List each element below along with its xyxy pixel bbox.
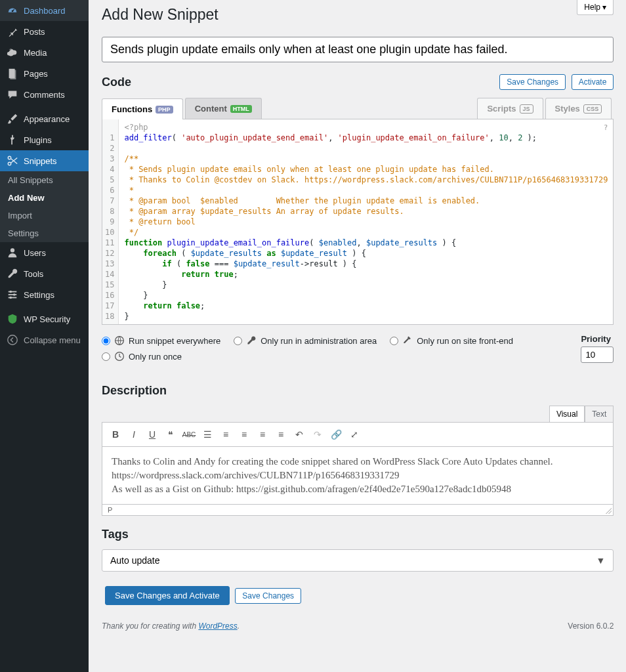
svg-point-6 xyxy=(10,248,14,252)
tab-styles-label: Styles xyxy=(555,104,580,114)
svg-point-1 xyxy=(12,50,16,54)
code-tabs: Functions PHP Content HTML Scripts JS St… xyxy=(102,98,614,119)
align-left-icon[interactable]: ≡ xyxy=(236,427,252,442)
strikethrough-icon[interactable]: ABC xyxy=(181,427,197,442)
sidebar-item-tools[interactable]: Tools xyxy=(0,263,89,284)
scope-everywhere-label: Run snippet everywhere xyxy=(129,336,220,346)
redo-icon[interactable]: ↷ xyxy=(310,427,325,442)
scope-everywhere[interactable]: Run snippet everywhere xyxy=(102,335,220,346)
help-button[interactable]: Help ▾ xyxy=(577,0,614,15)
tab-scripts[interactable]: Scripts JS xyxy=(477,98,543,119)
sidebar-item-label: Collapse menu xyxy=(24,335,81,345)
sidebar-item-posts[interactable]: Posts xyxy=(0,21,89,42)
scope-once-label: Only run once xyxy=(129,352,182,362)
submenu-item-all-snippets[interactable]: All Snippets xyxy=(0,171,89,189)
fullscreen-icon[interactable]: ⤢ xyxy=(346,427,362,442)
sidebar-item-comments[interactable]: Comments xyxy=(0,84,89,105)
scope-frontend-radio[interactable] xyxy=(390,337,398,345)
description-status: P xyxy=(102,505,614,516)
sidebar-item-users[interactable]: Users xyxy=(0,242,89,263)
scope-frontend[interactable]: Only run on site front-end xyxy=(390,335,513,346)
align-center-icon[interactable]: ≡ xyxy=(255,427,270,442)
help-icon[interactable]: ? xyxy=(604,123,608,132)
scope-once[interactable]: Only run once xyxy=(102,351,513,362)
svg-rect-3 xyxy=(10,70,16,79)
sidebar-item-plugins[interactable]: Plugins xyxy=(0,129,89,150)
tags-input-wrap[interactable]: ▼ xyxy=(102,549,614,572)
shield-icon xyxy=(7,313,18,325)
sidebar-item-label: Appearance xyxy=(24,114,70,124)
user-icon xyxy=(7,247,18,259)
css-badge: CSS xyxy=(583,104,602,114)
footer-thanks: Thank you for creating with WordPress. xyxy=(102,621,240,631)
svg-point-12 xyxy=(10,297,12,299)
link-icon[interactable]: 🔗 xyxy=(328,427,344,442)
sidebar-item-label: Snippets xyxy=(24,156,57,166)
code-heading: Code xyxy=(102,75,131,89)
desc-tab-text[interactable]: Text xyxy=(585,406,614,422)
sidebar-item-dashboard[interactable]: Dashboard xyxy=(0,0,89,21)
sidebar-item-pages[interactable]: Pages xyxy=(0,63,89,84)
submenu-item-add-new[interactable]: Add New xyxy=(0,189,89,207)
version-label: Version 6.0.2 xyxy=(568,621,614,631)
underline-icon[interactable]: U xyxy=(144,427,160,442)
tab-styles[interactable]: Styles CSS xyxy=(545,98,612,119)
sidebar-item-collapse-menu[interactable]: Collapse menu xyxy=(0,329,89,350)
save-changes-button[interactable]: Save Changes xyxy=(499,74,566,90)
save-changes-bottom-button[interactable]: Save Changes xyxy=(235,588,301,604)
bullet-list-icon[interactable]: ☰ xyxy=(199,427,215,442)
code-editor[interactable]: ? 123456789101112131415161718 <?phpadd_f… xyxy=(102,119,614,325)
scope-everywhere-radio[interactable] xyxy=(102,337,110,345)
editor-toolbar: B I U ❝ ABC ☰ ≡ ≡ ≡ ≡ ↶ ↷ 🔗 ⤢ xyxy=(102,422,614,447)
tools-icon xyxy=(7,268,18,280)
js-badge: JS xyxy=(520,104,533,114)
pin-icon xyxy=(7,26,18,37)
scope-row: Run snippet everywhere Only run in admin… xyxy=(102,325,614,372)
tab-content[interactable]: Content HTML xyxy=(185,98,262,119)
sidebar-item-label: Dashboard xyxy=(24,6,66,16)
dashboard-icon xyxy=(7,5,18,16)
align-right-icon[interactable]: ≡ xyxy=(273,427,289,442)
footer: Thank you for creating with WordPress. V… xyxy=(102,605,614,635)
save-and-activate-button[interactable]: Save Changes and Activate xyxy=(105,586,230,605)
scope-admin[interactable]: Only run in administration area xyxy=(234,335,377,346)
sidebar-item-wp-security[interactable]: WP Security xyxy=(0,308,89,329)
sidebar-item-label: Users xyxy=(24,248,46,258)
scope-admin-label: Only run in administration area xyxy=(261,336,377,346)
quote-icon[interactable]: ❝ xyxy=(163,427,178,442)
sidebar-item-settings[interactable]: Settings xyxy=(0,284,89,305)
italic-icon[interactable]: I xyxy=(126,427,142,442)
priority-input[interactable] xyxy=(581,346,614,363)
svg-point-13 xyxy=(8,335,17,345)
submenu-item-import[interactable]: Import xyxy=(0,207,89,224)
collapse-icon xyxy=(7,334,18,346)
tags-input[interactable] xyxy=(110,555,596,566)
sidebar-item-media[interactable]: Media xyxy=(0,42,89,63)
scope-once-radio[interactable] xyxy=(102,352,110,361)
scope-admin-radio[interactable] xyxy=(234,337,242,345)
code-area[interactable]: <?phpadd_filter( 'auto_plugin_update_sen… xyxy=(119,119,613,324)
tab-content-label: Content xyxy=(195,104,227,114)
brush-icon xyxy=(7,113,18,125)
number-list-icon[interactable]: ≡ xyxy=(218,427,234,442)
sidebar-item-label: Comments xyxy=(24,90,65,100)
activate-button[interactable]: Activate xyxy=(572,74,614,90)
bold-icon[interactable]: B xyxy=(108,427,123,442)
description-editor[interactable]: Thanks to Colin and Andy for creating th… xyxy=(102,447,614,505)
tags-heading: Tags xyxy=(102,528,614,541)
html-badge: HTML xyxy=(230,105,252,113)
submenu-item-settings[interactable]: Settings xyxy=(0,224,89,242)
undo-icon[interactable]: ↶ xyxy=(291,427,307,442)
scissors-icon xyxy=(7,155,18,167)
desc-tab-visual[interactable]: Visual xyxy=(549,406,585,422)
chevron-down-icon[interactable]: ▼ xyxy=(596,555,606,566)
page-title: Add New Snippet xyxy=(102,0,614,37)
snippet-title-input[interactable] xyxy=(102,37,614,62)
wordpress-link[interactable]: WordPress xyxy=(198,621,237,631)
php-badge: PHP xyxy=(156,106,173,114)
sidebar-item-snippets[interactable]: Snippets xyxy=(0,150,89,171)
tab-functions[interactable]: Functions PHP xyxy=(102,98,183,119)
page-icon xyxy=(7,68,18,79)
sidebar-item-appearance[interactable]: Appearance xyxy=(0,108,89,129)
settings-icon xyxy=(7,289,18,301)
